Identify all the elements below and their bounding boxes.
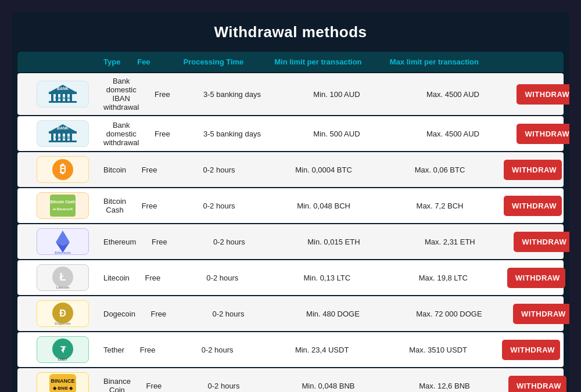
svg-text:◆ BNB ◆: ◆ BNB ◆: [52, 386, 73, 391]
header-col-max: Max limit per transaction: [376, 57, 492, 66]
btn-cell-bank-iban: WITHDRAW: [511, 84, 569, 105]
max-cell-ethereum: Max. 2,31 ETH: [392, 238, 508, 246]
time-cell-tether: 0-2 hours: [171, 346, 264, 354]
time-cell-bitcoin: 0-2 hours: [173, 166, 266, 174]
table-row: BANK TRANSFER Bank domestic withdrawal F…: [17, 116, 564, 151]
btn-cell-bitcoin: WITHDRAW: [498, 160, 568, 180]
fee-cell-dogecoin: Free: [135, 310, 182, 318]
max-cell-bitcoin: Max. 0,06 BTC: [382, 166, 498, 174]
logo-cell-dogecoin: Ð Dogecoin: [22, 300, 103, 327]
main-container: Withdrawal methods Type Fee Processing T…: [12, 12, 569, 392]
svg-text:USDT: USDT: [58, 358, 68, 361]
table-row: BANK TRANSFER Bank domestic IBAN withdra…: [17, 73, 564, 115]
fee-cell-binance: Free: [131, 382, 177, 390]
time-cell-litecoin: 0-2 hours: [176, 274, 269, 282]
time-cell-bitcoin-cash: 0-2 hours: [173, 202, 266, 210]
svg-rect-22: [50, 195, 76, 217]
fee-cell-bank-domestic: Free: [139, 130, 185, 138]
logo-cell-litecoin: Ł Litecoin: [22, 264, 103, 291]
btn-cell-bank-domestic: WITHDRAW: [511, 124, 569, 144]
header-col-fee: Fee: [120, 57, 167, 66]
table-row: Ethereum Ethereum Free 0-2 hours Min. 0,…: [17, 224, 564, 259]
svg-text:TRANSFER: TRANSFER: [55, 96, 71, 100]
min-cell-bank-iban: Min. 100 AUD: [278, 90, 394, 99]
table-body: BANK TRANSFER Bank domestic IBAN withdra…: [17, 73, 564, 392]
time-cell-binance: 0-2 hours: [177, 382, 270, 390]
type-cell-litecoin: Litecoin: [103, 274, 130, 282]
type-cell-dogecoin: Dogecoin: [103, 310, 135, 318]
time-cell-ethereum: 0-2 hours: [182, 238, 275, 246]
type-cell-bitcoin-cash: Bitcoin Cash: [103, 197, 126, 214]
withdraw-button-litecoin[interactable]: WITHDRAW: [507, 268, 565, 288]
header-col-logo: [22, 57, 103, 66]
max-cell-bitcoin-cash: Max. 7,2 BCH: [382, 202, 498, 210]
svg-text:Ethereum: Ethereum: [55, 251, 71, 254]
logo-cell-binance: BINANCE ◆ BNB ◆: [22, 372, 103, 392]
fee-cell-bitcoin: Free: [126, 166, 173, 174]
withdraw-button-bank-iban[interactable]: WITHDRAW: [517, 84, 569, 105]
withdraw-button-binance[interactable]: WITHDRAW: [508, 376, 566, 393]
header-col-action: [492, 57, 562, 66]
header-col-min: Min limit per transaction: [260, 57, 376, 66]
logo-cell-tether: ₮ USDT: [22, 336, 103, 363]
min-cell-bitcoin: Min. 0,0004 BTC: [266, 166, 382, 174]
svg-text:₿: ₿: [60, 163, 66, 175]
svg-text:₮: ₮: [60, 345, 66, 354]
svg-text:BANK: BANK: [57, 87, 69, 91]
svg-text:TRANSFER: TRANSFER: [55, 136, 71, 139]
svg-text:Bitcoin Cash: Bitcoin Cash: [51, 200, 76, 204]
withdraw-button-bank-domestic[interactable]: WITHDRAW: [517, 124, 569, 144]
svg-rect-6: [49, 101, 77, 103]
fee-cell-bitcoin-cash: Free: [126, 202, 173, 210]
withdraw-button-bitcoin[interactable]: WITHDRAW: [504, 160, 562, 180]
logo-cell-bitcoin-cash: Bitcoin Cash at BinanceX: [22, 192, 103, 219]
table-row: Bitcoin Cash at BinanceX Bitcoin Cash Fr…: [17, 188, 564, 223]
header-col-type: Type: [103, 57, 120, 66]
fee-cell-ethereum: Free: [136, 238, 182, 246]
logo-cell-ethereum: Ethereum: [22, 228, 103, 255]
logo-cell-bank-domestic: BANK TRANSFER: [22, 120, 103, 147]
logo-cell-bank-iban: BANK TRANSFER: [22, 81, 103, 107]
type-cell-bank-domestic: Bank domestic withdrawal: [103, 121, 139, 147]
btn-cell-tether: WITHDRAW: [496, 340, 566, 360]
svg-text:Ł: Ł: [60, 271, 66, 283]
svg-rect-0: [49, 92, 77, 94]
table-row: Ł Litecoin Litecoin Free 0-2 hours Min. …: [17, 260, 564, 295]
min-cell-dogecoin: Min. 480 DOGE: [275, 310, 391, 318]
max-cell-litecoin: Max. 19,8 LTC: [385, 274, 501, 282]
svg-rect-16: [49, 141, 77, 142]
time-cell-dogecoin: 0-2 hours: [182, 310, 275, 318]
table-row: ₿ Bitcoin Free 0-2 hours Min. 0,0004 BTC…: [17, 152, 564, 187]
time-cell-bank-domestic: 3-5 banking days: [185, 130, 278, 138]
table-row: ₮ USDT Tether Free 0-2 hours Min. 23,4 U…: [17, 332, 564, 367]
fee-cell-litecoin: Free: [130, 274, 176, 282]
min-cell-bank-domestic: Min. 500 AUD: [278, 130, 394, 138]
btn-cell-dogecoin: WITHDRAW: [507, 304, 569, 324]
max-cell-dogecoin: Max. 72 000 DOGE: [391, 310, 507, 318]
withdraw-button-bitcoin-cash[interactable]: WITHDRAW: [504, 196, 562, 216]
type-cell-bank-iban: Bank domestic IBAN withdrawal: [103, 77, 139, 112]
min-cell-ethereum: Min. 0,015 ETH: [275, 238, 392, 246]
max-cell-bank-domestic: Max. 4500 AUD: [394, 130, 511, 138]
type-cell-bitcoin: Bitcoin: [103, 166, 126, 174]
svg-rect-10: [49, 131, 77, 134]
svg-text:Dogecoin: Dogecoin: [55, 322, 71, 325]
fee-cell-tether: Free: [124, 346, 171, 354]
page-title: Withdrawal methods: [17, 23, 564, 41]
withdraw-button-dogecoin[interactable]: WITHDRAW: [513, 304, 569, 324]
logo-cell-bitcoin: ₿: [22, 156, 103, 183]
withdraw-button-tether[interactable]: WITHDRAW: [502, 340, 560, 360]
svg-text:at BinanceX: at BinanceX: [53, 207, 73, 211]
svg-text:Ð: Ð: [59, 308, 66, 318]
fee-cell-bank-iban: Free: [139, 90, 185, 99]
max-cell-tether: Max. 3510 USDT: [380, 346, 496, 354]
min-cell-binance: Min. 0,048 BNB: [270, 382, 386, 390]
header-col-processing: Processing Time: [167, 57, 260, 66]
type-cell-binance: Binance Coin: [103, 377, 131, 392]
table-header: Type Fee Processing Time Min limit per t…: [17, 52, 564, 72]
max-cell-binance: Max. 12,6 BNB: [386, 382, 503, 390]
svg-text:BINANCE: BINANCE: [51, 378, 74, 384]
withdraw-button-ethereum[interactable]: WITHDRAW: [514, 232, 569, 252]
btn-cell-bitcoin-cash: WITHDRAW: [498, 196, 568, 216]
btn-cell-ethereum: WITHDRAW: [508, 232, 569, 252]
